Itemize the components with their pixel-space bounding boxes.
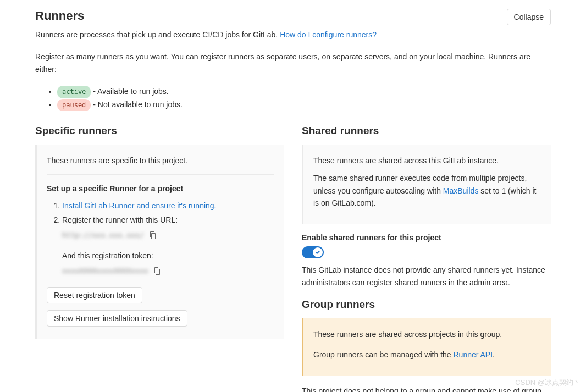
specific-runners-title: Specific runners: [35, 125, 284, 137]
reset-token-button[interactable]: Reset registration token: [47, 287, 142, 303]
setup-steps: Install GitLab Runner and ensure it's ru…: [62, 198, 274, 278]
specific-runners-card: These runners are specific to this proje…: [35, 145, 284, 339]
intro-line-1: Runners are processes that pick up and e…: [35, 29, 551, 41]
watermark: CSDN @冰点契约丶: [515, 378, 581, 388]
setup-step-2: Register the runner with this URL: http:…: [62, 213, 274, 278]
toggle-knob: [313, 247, 323, 257]
group-runners-title: Group runners: [302, 299, 551, 311]
configure-runners-link[interactable]: How do I configure runners?: [280, 30, 377, 39]
enable-shared-runners-label: Enable shared runners for this project: [302, 233, 551, 242]
intro-text: Runners are processes that pick up and e…: [35, 30, 280, 39]
token-label: And this registration token:: [62, 249, 274, 263]
page-title: Runners: [35, 9, 84, 23]
group-card-p1: These runners are shared across projects…: [313, 328, 541, 340]
show-install-instructions-button[interactable]: Show Runner installation instructions: [47, 310, 187, 327]
specific-runners-column: Specific runners These runners are speci…: [35, 125, 284, 392]
status-paused-item: paused - Not available to run jobs.: [57, 98, 551, 112]
shared-card-p2: The same shared runner executes code fro…: [313, 172, 541, 209]
shared-runners-title: Shared runners: [302, 125, 551, 137]
copy-url-icon[interactable]: [148, 231, 157, 240]
shared-runners-card: These runners are shared across this Git…: [302, 145, 551, 225]
group-p2b: .: [493, 350, 495, 359]
enable-shared-runners-toggle[interactable]: [302, 246, 324, 258]
maxbuilds-link[interactable]: MaxBuilds: [443, 186, 479, 195]
setup-heading: Set up a specific Runner for a project: [47, 183, 274, 195]
specific-card-text: These runners are specific to this proje…: [47, 154, 274, 167]
group-p2a: Group runners can be managed with the: [313, 350, 454, 359]
paused-desc: - Not available to run jobs.: [93, 100, 183, 109]
shared-runners-column: Shared runners These runners are shared …: [302, 125, 551, 392]
shared-card-p1: These runners are shared across this Git…: [313, 154, 541, 167]
shared-info-text: This GitLab instance does not provide an…: [302, 264, 551, 289]
paused-badge: paused: [57, 99, 91, 111]
setup-step-1: Install GitLab Runner and ensure it's ru…: [62, 198, 274, 213]
group-info-text: This project does not belong to a group …: [302, 385, 551, 392]
check-icon: [315, 250, 320, 255]
step2-text: Register the runner with this URL:: [62, 216, 178, 224]
registration-token: xxxxXXXXxxxxXXXXxxxx: [62, 264, 148, 278]
registration-url: http://xxx.xxx.xxx/: [62, 229, 144, 242]
install-runner-link[interactable]: Install GitLab Runner and ensure it's ru…: [62, 201, 217, 210]
active-badge: active: [57, 86, 91, 98]
status-list: active - Available to run jobs. paused -…: [57, 85, 551, 112]
divider: [47, 174, 274, 175]
intro-line-2: Register as many runners as you want. Yo…: [35, 51, 551, 75]
collapse-button[interactable]: Collapse: [507, 9, 551, 25]
runner-api-link[interactable]: Runner API: [454, 350, 493, 359]
group-runners-card: These runners are shared across projects…: [302, 318, 551, 376]
copy-token-icon[interactable]: [153, 267, 162, 275]
active-desc: - Available to run jobs.: [93, 87, 169, 96]
group-card-p2: Group runners can be managed with the Ru…: [313, 349, 541, 361]
status-active-item: active - Available to run jobs.: [57, 85, 551, 98]
